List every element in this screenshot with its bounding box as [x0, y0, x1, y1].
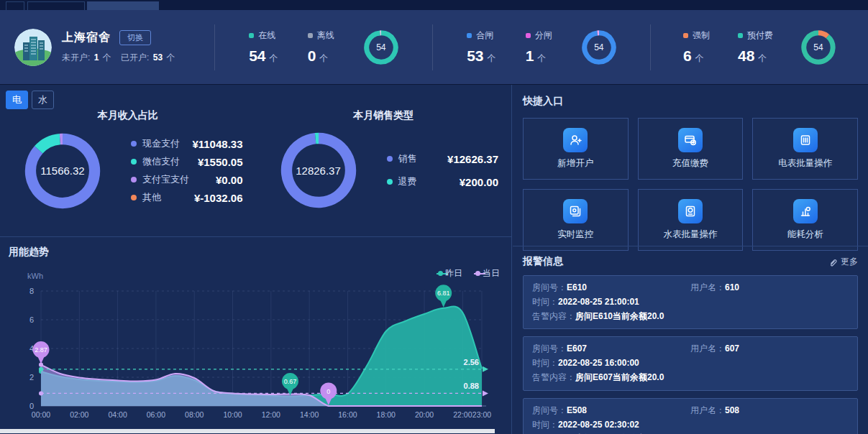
tab-water[interactable]: 水: [32, 91, 54, 109]
top-tab-active[interactable]: [87, 1, 159, 10]
recharge-card-icon: [678, 128, 703, 152]
donut-center-value: 54: [364, 30, 398, 65]
svg-text:08:00: 08:00: [185, 410, 204, 419]
legend-value: ¥1550.05: [198, 156, 243, 168]
energy-trend-panel: 用能趋势 昨日 当日 kWh 00:0002:0004:0006:0008:00…: [0, 237, 511, 433]
svg-text:18:00: 18:00: [377, 410, 396, 419]
content-value: 房间E607当前余额20.0: [575, 371, 664, 385]
alarm-title: 报警信息: [523, 255, 563, 268]
stat-value: 53: [467, 47, 483, 64]
stat-group-switch: 合闸 53个 分闸 1个 54: [433, 29, 650, 65]
quick-entry-label: 新增开户: [557, 157, 593, 170]
quick-entry-label: 实时监控: [557, 228, 593, 241]
bottom-strip: [0, 429, 495, 433]
unit-label: 个: [695, 53, 704, 63]
offline-dot-icon: [308, 33, 313, 38]
svg-text:8: 8: [29, 287, 34, 295]
legend-label: 现金支付: [142, 137, 180, 150]
legend-label: 当日: [483, 267, 500, 280]
alarm-item[interactable]: 房间号：E607 用户名：607 时间：2022-08-25 16:00:00 …: [523, 336, 858, 390]
quick-entry-realtime-monitor[interactable]: 实时监控: [523, 189, 629, 251]
user-label: 用户名：: [690, 282, 725, 292]
trend-legend: 昨日 当日: [437, 267, 500, 280]
alarm-panel: 报警信息 更多 房间号：E610 用户名：610 时间：2022-08-25 2…: [513, 246, 868, 434]
quick-entry-energy-analysis[interactable]: 能耗分析: [752, 189, 858, 251]
unit-label: 个: [758, 53, 767, 63]
quick-entry-label: 电表批量操作: [778, 157, 832, 170]
svg-text:6: 6: [29, 315, 34, 324]
svg-text:10:00: 10:00: [223, 410, 242, 419]
time-value: 2022-08-25 02:30:02: [558, 418, 639, 433]
legend-value: ¥0.00: [216, 174, 243, 186]
room-label: 房间号：: [532, 343, 567, 354]
stat-label: 分闸: [535, 29, 552, 42]
quick-entry-title: 快捷入口: [523, 95, 858, 108]
top-tab[interactable]: [27, 1, 85, 10]
opened-value: 53: [153, 52, 163, 63]
top-tab[interactable]: [6, 1, 24, 10]
room-value: E508: [567, 405, 587, 415]
quick-entry-water-meter-batch[interactable]: 水表批量操作: [638, 189, 744, 251]
prepaid-dot-icon: [738, 33, 743, 38]
legend-value: ¥12626.37: [447, 153, 498, 165]
svg-text:04:00: 04:00: [108, 410, 127, 419]
header-bar: 上海宿舍 切换 未开户: 1 个 已开户: 53 个 在线 54个 离: [0, 10, 868, 85]
paperclip-icon: [828, 257, 838, 267]
sales-chart-block: 本月销售类型 12826.37 销售¥12626.37 退费¥200.00: [256, 109, 512, 236]
income-legend: 现金支付¥11048.33 微信支付¥1550.05 支付宝支付¥0.00 其他…: [101, 132, 256, 209]
trend-title: 用能趋势: [9, 246, 49, 259]
room-value: E610: [567, 282, 587, 292]
alarm-item[interactable]: 房间号：E610 用户名：610 时间：2022-08-25 21:00:01 …: [523, 275, 858, 329]
site-block: 上海宿舍 切换 未开户: 1 个 已开户: 53 个: [0, 29, 214, 66]
stat-online: 在线 54个: [249, 29, 278, 65]
tab-electric[interactable]: 电: [6, 91, 28, 109]
legend-value: ¥200.00: [460, 176, 498, 188]
legend-today[interactable]: 当日: [474, 267, 500, 280]
y-axis-unit: kWh: [27, 272, 43, 280]
stat-value: 6: [683, 47, 692, 64]
unit-label: 个: [319, 53, 328, 63]
legend-yesterday[interactable]: 昨日: [437, 267, 462, 280]
legend-row: 其他¥-1032.06: [131, 191, 243, 204]
stat-closed: 合闸 53个: [467, 29, 495, 65]
stat-value: 1: [526, 47, 534, 64]
forced-dot-icon: [683, 33, 688, 38]
time-label: 时间：: [532, 295, 558, 310]
switch-site-button[interactable]: 切换: [119, 30, 151, 45]
svg-text:20:00: 20:00: [415, 410, 434, 419]
legend-label: 支付宝支付: [142, 173, 189, 186]
svg-text:0: 0: [29, 402, 34, 410]
water-meter-icon: [678, 199, 703, 223]
svg-text:2.56: 2.56: [464, 358, 479, 366]
legend-label: 微信支付: [142, 155, 180, 168]
legend-dot-icon: [475, 271, 480, 276]
legend-dot-icon: [131, 141, 137, 147]
svg-text:12:00: 12:00: [262, 410, 280, 419]
legend-label: 其他: [142, 191, 161, 204]
quick-entry-new-account[interactable]: 新增开户: [523, 118, 629, 180]
not-opened-value: 1: [94, 52, 99, 63]
user-value: 607: [725, 343, 739, 354]
unit-label: 个: [270, 53, 278, 63]
svg-text:0.88: 0.88: [464, 382, 479, 390]
stat-forced: 强制 6个: [683, 29, 710, 65]
switch-donut-chart: 54: [582, 30, 616, 65]
unit-label: 个: [166, 52, 175, 63]
online-donut-chart: 54: [364, 30, 398, 65]
open-dot-icon: [526, 33, 531, 38]
more-link[interactable]: 更多: [828, 256, 858, 268]
room-value: E607: [567, 343, 587, 354]
legend-row: 现金支付¥11048.33: [131, 137, 243, 150]
quick-entry-electric-meter-batch[interactable]: 电表批量操作: [752, 118, 858, 180]
legend-row: 退费¥200.00: [387, 175, 499, 188]
stat-label: 强制: [693, 29, 710, 42]
unit-label: 个: [488, 53, 496, 63]
dashboard-page: 上海宿舍 切换 未开户: 1 个 已开户: 53 个 在线 54个 离: [0, 0, 868, 434]
legend-label: 昨日: [445, 267, 462, 280]
quick-entry-recharge[interactable]: 充值缴费: [638, 118, 744, 180]
closed-dot-icon: [467, 33, 472, 38]
legend-dot-icon: [387, 179, 393, 185]
svg-text:2.87: 2.87: [35, 346, 47, 354]
sales-legend: 销售¥12626.37 退费¥200.00: [357, 132, 512, 208]
alarm-item[interactable]: 房间号：E508 用户名：508 时间：2022-08-25 02:30:02 …: [523, 398, 858, 434]
